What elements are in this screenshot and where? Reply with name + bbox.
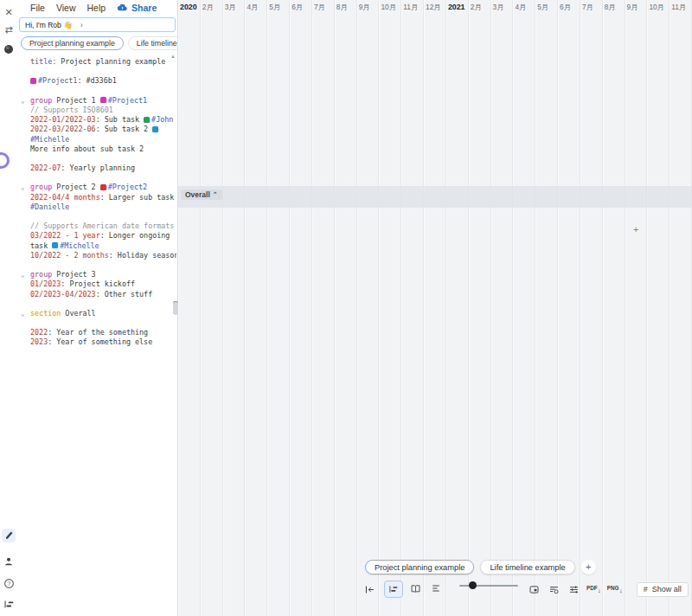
go-to-start-button[interactable]: [361, 581, 378, 597]
filter-rows-button[interactable]: [545, 581, 562, 597]
greeting-banner[interactable]: Hi, I'm Rob 👋 ›: [19, 17, 176, 32]
timeline-month-label: 7月: [312, 0, 334, 12]
download-png-button[interactable]: PNG ↓: [606, 585, 625, 594]
code-line[interactable]: // Supports American date formats: [30, 221, 176, 231]
code-line[interactable]: [30, 154, 176, 164]
code-line[interactable]: [30, 87, 176, 96]
pane-resize-grip[interactable]: [173, 301, 178, 315]
slider-handle[interactable]: [469, 581, 477, 589]
menu-help[interactable]: Help: [87, 3, 106, 13]
png-label: PNG: [607, 585, 619, 591]
code-token: title:: [30, 57, 56, 66]
share-label: Share: [131, 3, 157, 13]
code-line[interactable]: #Project1: #d336b1: [30, 76, 176, 86]
timeline-canvas[interactable]: 20202月3月4月5月6月7月8月9月10月11月12月20212月3月4月5…: [178, 0, 692, 616]
theme-toggle-icon[interactable]: [0, 42, 17, 57]
scroll-up-icon[interactable]: ▲: [170, 54, 176, 59]
timeline-month-label: 6月: [290, 0, 311, 12]
code-line[interactable]: [30, 299, 176, 309]
timeline-month-label: 7月: [580, 0, 602, 12]
download-pdf-button[interactable]: PDF ↓: [585, 585, 603, 594]
code-token: Project 3: [52, 270, 95, 279]
code-line[interactable]: 2022-04/4 months: Larger sub task: [30, 193, 176, 202]
fold-chevron-icon[interactable]: ⌄: [21, 183, 25, 192]
code-line[interactable]: 2022-07: Yearly planning: [30, 164, 176, 173]
code-line[interactable]: #Michelle: [30, 135, 176, 144]
close-icon[interactable]: ✕: [0, 4, 17, 20]
timeline-month-column: 2月: [201, 0, 223, 616]
book-view-button[interactable]: [407, 581, 424, 596]
code-token: : Sub task 2: [96, 125, 153, 133]
bottom-toolbar: PDF ↓ PNG ↓ #Show allProject1JohnMichell…: [356, 581, 692, 598]
fold-chevron-icon[interactable]: ⌄: [21, 309, 25, 318]
code-line[interactable]: task #Michelle: [30, 241, 176, 251]
code-line[interactable]: 2022-03/2022-06: Sub task 2: [30, 125, 176, 134]
code-line[interactable]: 03/2022 - 1 year: Longer ongoing: [30, 231, 176, 241]
timeline-month-label: 4月: [513, 0, 535, 12]
code-line[interactable]: ⌄section Overall: [30, 309, 176, 318]
color-swatch: [152, 126, 158, 132]
code-line[interactable]: // Supports ISO8601: [30, 106, 176, 115]
code-line[interactable]: [30, 212, 176, 221]
code-token: // Supports American date formats: [30, 221, 174, 230]
timeline-month-label: 9月: [625, 0, 647, 12]
code-line[interactable]: ⌄group Project 1 #Project1: [30, 96, 176, 106]
download-arrow-icon: ↓: [598, 587, 601, 594]
fold-chevron-icon[interactable]: ⌄: [21, 270, 25, 279]
avatar-badge[interactable]: [0, 152, 10, 169]
settings-sliders-button[interactable]: [565, 581, 582, 597]
swap-panels-icon[interactable]: ⇄: [0, 22, 17, 37]
page-tab[interactable]: Life timeline example: [480, 560, 574, 574]
code-line[interactable]: [30, 67, 176, 76]
code-token: section: [30, 309, 61, 318]
profile-button[interactable]: [0, 555, 17, 570]
code-line[interactable]: 2023: Year of something else: [30, 337, 176, 347]
autofit-frame-button[interactable]: [525, 581, 542, 597]
menu-view[interactable]: View: [56, 3, 76, 13]
code-line[interactable]: ⌄group Project 2 #Project2: [30, 183, 176, 192]
timeline-month-column: 3月: [223, 0, 246, 616]
menu-file[interactable]: File: [30, 3, 45, 13]
help-button[interactable]: ?: [0, 576, 17, 592]
timeline-month-column: 3月: [491, 0, 514, 616]
gantt-view-button[interactable]: [384, 581, 403, 598]
code-token: #Project1: [108, 96, 147, 105]
timeline-month-column: 2020: [178, 0, 201, 616]
editor-tab[interactable]: Project planning example: [21, 36, 124, 50]
code-line[interactable]: [30, 318, 176, 328]
timeline-month-column: 6月: [290, 0, 312, 616]
code-line[interactable]: More info about sub task 2: [30, 144, 176, 154]
code-line[interactable]: [30, 173, 176, 183]
legend-item[interactable]: #Show all: [637, 582, 689, 597]
page-tab[interactable]: Project planning example: [365, 560, 474, 574]
list-view-button[interactable]: [427, 581, 445, 596]
code-line[interactable]: ⌄group Project 3: [30, 270, 176, 279]
fold-chevron-icon[interactable]: ⌄: [21, 96, 25, 106]
code-token: 2023: [30, 337, 48, 346]
question-mark-icon: ?: [3, 578, 15, 591]
code-line[interactable]: 10/2022 - 2 months: Holiday season: [30, 251, 176, 260]
code-line[interactable]: #Danielle: [30, 202, 176, 212]
share-button[interactable]: Share: [117, 3, 157, 13]
download-arrow-icon: ↓: [619, 587, 623, 594]
code-line[interactable]: [30, 260, 176, 270]
timeline-month-label: 10月: [647, 0, 669, 12]
code-token: : Yearly planning: [61, 164, 135, 172]
code-editor[interactable]: title: Project planning example#Project1…: [17, 52, 176, 616]
code-line[interactable]: 01/2023: Project kickoff: [30, 279, 176, 289]
overall-section-header[interactable]: Overall ⌃: [181, 189, 222, 200]
code-line[interactable]: 2022-01/2022-03: Sub task #John: [30, 115, 176, 125]
code-token: 01/2023: [30, 279, 61, 288]
code-line[interactable]: 02/2023-04/2023: Other stuff: [30, 290, 176, 299]
code-line[interactable]: 2022: Year of the something: [30, 328, 176, 337]
add-event-hint-icon[interactable]: +: [633, 224, 638, 234]
edit-mode-button[interactable]: [2, 529, 16, 542]
timeline-view-button[interactable]: [0, 597, 17, 613]
zoom-slider[interactable]: [459, 585, 518, 594]
editor-tab[interactable]: Life timeline example: [128, 36, 177, 50]
code-token: : Sub task: [96, 115, 144, 124]
editor-pane: File View Help Share Hi, I'm Rob 👋 › Pro…: [17, 0, 178, 616]
code-line[interactable]: title: Project planning example: [30, 57, 176, 67]
timeline-month-column: 2021: [446, 0, 469, 616]
add-page-button[interactable]: +: [581, 560, 596, 574]
